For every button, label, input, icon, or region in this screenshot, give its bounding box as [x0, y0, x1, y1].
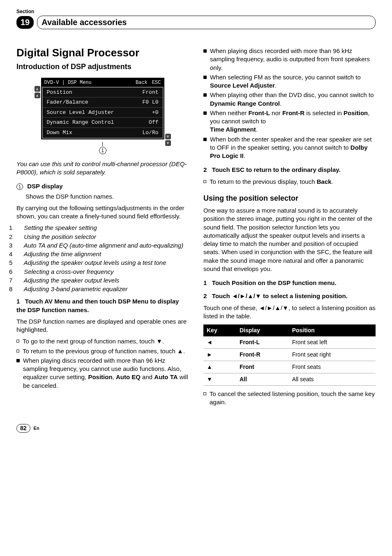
menu-row-value: +0	[152, 109, 159, 116]
key-left-icon: ◄	[203, 336, 236, 348]
language-label: En	[34, 425, 39, 431]
bullet-icon	[16, 359, 20, 362]
table-row: ▼ All All seats	[203, 373, 376, 385]
menu-row-value: F0 L0	[142, 99, 158, 106]
right-column: When playing discs recorded with more th…	[203, 46, 376, 408]
step1-heading: 1 Touch AV Menu and then touch DSP Menu …	[16, 297, 189, 314]
menu-row-sla[interactable]: Source Level Adjuster+0	[43, 108, 163, 118]
bullet-fm-sla: When selecting FM as the source, you can…	[203, 73, 376, 90]
section-number-badge: 19	[16, 16, 34, 29]
sub-title: Introduction of DSP adjustments	[16, 62, 189, 72]
bullet-icon	[203, 76, 207, 79]
table-header-position: Position	[289, 324, 376, 336]
menu-scroll-left: ▲ ▲	[35, 86, 40, 98]
dsp-display-desc: Shows the DSP function names.	[25, 192, 189, 201]
bullet-icon	[203, 93, 207, 97]
bullet-prev-group: To return to the previous group of funct…	[16, 347, 189, 355]
menu-row-downmix[interactable]: Down MixLo/Ro	[43, 128, 163, 138]
scroll-down-bottom-icon: ▼	[165, 140, 171, 146]
intro-italic: You can use this unit to control multi-c…	[16, 160, 189, 177]
list-item: 8 Adjusting 3-band parametric equalizer	[16, 285, 189, 293]
bullet-icon	[203, 180, 206, 183]
menu-row-value: Lo/Ro	[142, 129, 158, 137]
menu-scroll-right: ▼ ▼	[165, 134, 171, 146]
dsp-display-line: 1 DSP display	[16, 182, 189, 190]
menu-row-position[interactable]: PositionFront	[43, 88, 163, 98]
bullet-icon	[16, 350, 19, 352]
menu-back-button[interactable]: Back	[136, 80, 148, 86]
down-arrow-icon: ▼	[156, 338, 162, 345]
position-table: Key Display Position ◄ Front-L Front sea…	[203, 324, 376, 385]
bullet-96khz-front: When playing discs recorded with more th…	[203, 47, 376, 72]
bullet-back: To return to the previous display, touch…	[203, 178, 376, 186]
section-title-pill: Available accessories	[37, 16, 376, 29]
menu-row-label: Fader/Balance	[47, 99, 88, 106]
bullet-icon	[203, 392, 206, 395]
bullet-icon	[203, 49, 207, 53]
list-item: 6 Selecting a cross-over frequency	[16, 268, 189, 276]
menu-row-label: Position	[47, 89, 72, 96]
table-row: ◄ Front-L Front seat left	[203, 336, 376, 348]
bullet-cancel-position: To cancel the selected listening positio…	[203, 390, 376, 407]
pos-step1: 1 Touch Position on the DSP function men…	[203, 279, 376, 287]
list-item: 5 Adjusting the speaker output levels us…	[16, 259, 189, 267]
list-item: 3 Auto TA and EQ (auto-time alignment an…	[16, 241, 189, 250]
menu-source: DVD-V	[44, 80, 59, 86]
up-arrow-icon: ▲	[177, 348, 183, 354]
callout-ref-1-icon: 1	[16, 183, 23, 190]
menu-esc-button[interactable]: ESC	[152, 80, 161, 86]
step1-body: The DSP function names are displayed and…	[16, 317, 189, 334]
callout-1: 1	[99, 147, 106, 154]
key-down-icon: ▼	[203, 373, 236, 385]
bullet-non-dvd-drc: When playing other than the DVD disc, yo…	[203, 91, 376, 108]
main-title: Digital Signal Processor	[16, 46, 189, 60]
bullet-icon	[203, 111, 207, 115]
dsp-display-label: DSP display	[27, 183, 62, 190]
list-item: 4 Adjusting the time alignment	[16, 250, 189, 258]
position-selector-heading: Using the position selector	[203, 193, 376, 203]
section-label: Section	[16, 8, 376, 15]
bullet-icon	[203, 138, 207, 141]
table-row: ► Front-R Front seat right	[203, 349, 376, 361]
scroll-down-icon: ▼	[165, 134, 171, 139]
list-item: 7 Adjusting the speaker output levels	[16, 276, 189, 285]
menu-title: DSP Menu	[68, 80, 92, 86]
esc-heading: 2 Touch ESC to return to the ordinary di…	[203, 166, 376, 174]
left-column: Digital Signal Processor Introduction of…	[16, 46, 189, 408]
list-item: 2 Using the position selector	[16, 233, 189, 241]
page-number: 82	[16, 424, 30, 433]
scroll-up-top-icon: ▲	[35, 86, 40, 92]
bullet-96khz-audio: When playing discs recorded with more th…	[16, 357, 189, 390]
scroll-up-icon: ▲	[35, 93, 40, 98]
bullet-next-group: To go to the next group of function name…	[16, 337, 189, 345]
list-item: 1 Setting the speaker setting	[16, 224, 189, 232]
key-up-icon: ▲	[203, 361, 236, 373]
menu-row-label: Source Level Adjuster	[47, 109, 114, 116]
dsp-menu-screenshot: ▲ ▲ DVD-V | DSP Menu Back ESC PositionFr…	[41, 78, 164, 154]
section-header: 19 Available accessories	[16, 16, 376, 29]
menu-row-value: Front	[142, 89, 158, 96]
table-row: ▲ Front Front seats	[203, 361, 376, 373]
arrow-keys-icon: ◄/►/▲/▼	[232, 292, 261, 299]
table-header-display: Display	[236, 324, 289, 336]
page-footer: 82 En	[16, 424, 376, 433]
pos-step2-body: Touch one of these, ◄/►/▲/▼, to select a…	[203, 304, 376, 321]
key-right-icon: ►	[203, 349, 236, 361]
pos-step2: 2 Touch ◄/►/▲/▼ to select a listening po…	[203, 292, 376, 300]
menu-row-label: Dynamic Range Control	[47, 119, 114, 126]
menu-row-fader[interactable]: Fader/BalanceF0 L0	[43, 97, 163, 108]
settings-order-list: 1 Setting the speaker setting 2 Using th…	[16, 224, 189, 293]
table-header-key: Key	[203, 324, 236, 336]
menu-row-value: Off	[149, 119, 158, 126]
menu-row-label: Down Mix	[47, 129, 72, 137]
bullet-icon	[16, 340, 19, 343]
carry-out-para: By carrying out the following settings/a…	[16, 204, 189, 221]
menu-row-drc[interactable]: Dynamic Range ControlOff	[43, 118, 163, 128]
bullet-dolby: When both the center speaker and the rea…	[203, 135, 376, 160]
bullet-front-position: When neither Front-L nor Front-R is sele…	[203, 109, 376, 134]
position-selector-para: One way to assure a more natural sound i…	[203, 206, 376, 273]
